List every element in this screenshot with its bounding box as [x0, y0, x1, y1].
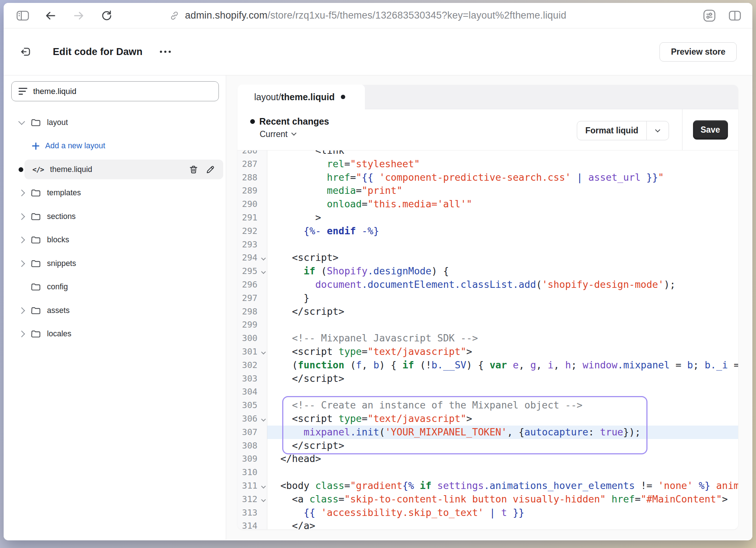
sidebar-folder-layout[interactable]: layout	[4, 111, 226, 134]
code-line-293[interactable]: 293	[237, 238, 738, 251]
code-line-291[interactable]: 291 >	[237, 211, 738, 224]
split-view-icon[interactable]	[728, 9, 741, 22]
fold-chevron-icon[interactable]	[261, 256, 266, 261]
line-number: 305	[237, 399, 267, 412]
reload-icon[interactable]	[100, 9, 113, 22]
fold-chevron-icon[interactable]	[261, 497, 266, 502]
more-options-icon[interactable]	[156, 47, 174, 56]
line-number: 310	[237, 466, 267, 479]
sidebar-folder-templates[interactable]: templates	[4, 181, 226, 205]
unsaved-dot	[341, 95, 345, 99]
editor-main: layout/theme.liquid Recent changes Curre…	[226, 75, 752, 540]
code-line-313[interactable]: 313 {{ 'accessibility.skip_to_text' | t …	[237, 506, 738, 520]
chevron-right-icon[interactable]	[18, 307, 25, 314]
sidebar-toggle-icon[interactable]	[16, 9, 29, 22]
format-liquid-menu-button[interactable]	[647, 121, 669, 140]
sidebar-folder-config[interactable]: config	[4, 275, 226, 299]
tab-label: layout/theme.liquid	[254, 92, 335, 102]
sidebar-folder-locales[interactable]: locales	[4, 322, 226, 346]
code-line-298[interactable]: 298 </script>	[237, 305, 738, 318]
code-line-295[interactable]: 295 if (Shopify.designMode) {	[237, 265, 738, 278]
code-line-287[interactable]: 287 rel="stylesheet"	[237, 157, 738, 171]
code-line-307[interactable]: 307 mixpanel.init('YOUR_MIXPANEL_TOKEN',…	[237, 426, 738, 439]
code-line-301[interactable]: 301 <script type="text/javascript">	[237, 345, 738, 359]
exit-icon[interactable]	[19, 46, 32, 58]
recent-changes-dot	[250, 119, 255, 124]
chevron-right-icon[interactable]	[18, 331, 25, 337]
code-text: </head>	[267, 452, 738, 466]
back-icon[interactable]	[44, 9, 57, 22]
chevron-right-icon[interactable]	[18, 260, 25, 267]
tab-layout-theme-liquid[interactable]: layout/theme.liquid	[237, 85, 365, 109]
save-button[interactable]: Save	[693, 120, 728, 140]
sidebar-folder-sections[interactable]: sections	[4, 205, 226, 228]
line-number: 287	[237, 157, 267, 171]
code-line-294[interactable]: 294 <script>	[237, 251, 738, 265]
chevron-down-icon[interactable]	[18, 118, 25, 125]
file-tree: layoutAdd a new layout</>theme.liquidtem…	[4, 111, 226, 346]
code-text: href="{{ 'component-predictive-search.cs…	[267, 171, 738, 184]
code-line-306[interactable]: 306 <script type="text/javascript">	[237, 412, 738, 426]
code-line-308[interactable]: 308 </script>	[237, 439, 738, 453]
code-line-299[interactable]: 299	[237, 318, 738, 332]
code-text: {%- endif -%}	[267, 224, 738, 238]
line-number: 291	[237, 211, 267, 224]
folder-icon	[31, 235, 41, 244]
sidebar-folder-snippets[interactable]: snippets	[4, 252, 226, 275]
code-line-292[interactable]: 292 {%- endif -%}	[237, 224, 738, 238]
code-text	[267, 238, 738, 251]
code-text: <script type="text/javascript">	[267, 412, 738, 426]
chevron-right-icon[interactable]	[18, 213, 25, 220]
address-bar[interactable]: admin.shopify.com/store/rzq1xu-f5/themes…	[169, 3, 566, 28]
folder-icon	[31, 306, 41, 315]
code-line-289[interactable]: 289 media="print"	[237, 184, 738, 197]
code-line-300[interactable]: 300 <!-- Mixpanel Javascript SDK -->	[237, 332, 738, 345]
fold-chevron-icon[interactable]	[261, 484, 266, 489]
page-settings-icon[interactable]	[703, 9, 716, 22]
code-line-310[interactable]: 310	[237, 466, 738, 479]
format-liquid-button[interactable]: Format liquid	[577, 121, 647, 140]
sidebar-folder-assets[interactable]: assets	[4, 299, 226, 322]
code-line-303[interactable]: 303 </script>	[237, 372, 738, 385]
version-dropdown[interactable]: Current	[260, 129, 329, 140]
delete-file-icon[interactable]	[189, 165, 198, 175]
code-line-311[interactable]: 311 <body class="gradient{% if settings.…	[237, 479, 738, 493]
file-search-input[interactable]: theme.liquid	[11, 81, 219, 101]
fold-chevron-icon[interactable]	[261, 417, 266, 422]
code-line-296[interactable]: 296 document.documentElement.classList.a…	[237, 278, 738, 291]
line-number: 286	[237, 150, 267, 157]
fold-chevron-icon[interactable]	[261, 269, 266, 274]
code-lines: 286 <link287 rel="stylesheet"288 href="{…	[237, 150, 738, 529]
code-line-288[interactable]: 288 href="{{ 'component-predictive-searc…	[237, 171, 738, 184]
code-line-302[interactable]: 302 (function (f, b) { if (!b.__SV) { va…	[237, 359, 738, 372]
sidebar-folder-blocks[interactable]: blocks	[4, 228, 226, 252]
forward-icon[interactable]	[72, 9, 85, 22]
code-line-305[interactable]: 305 <!-- Create an instance of the Mixpa…	[237, 399, 738, 412]
folder-icon	[31, 212, 41, 221]
code-line-297[interactable]: 297 }	[237, 291, 738, 305]
code-line-309[interactable]: 309 </head>	[237, 452, 738, 466]
code-editor[interactable]: 286 <link287 rel="stylesheet"288 href="{…	[237, 150, 738, 529]
chevron-right-icon[interactable]	[18, 237, 25, 243]
code-line-312[interactable]: 312 <a class="skip-to-content-link butto…	[237, 493, 738, 506]
code-line-304[interactable]: 304	[237, 385, 738, 399]
editor-toolbar: Recent changes Current Format liquid Sav…	[237, 109, 738, 150]
code-line-314[interactable]: 314 </a>	[237, 519, 738, 529]
sidebar-file-theme.liquid[interactable]: </>theme.liquid	[4, 158, 226, 181]
code-text: </script>	[267, 439, 738, 453]
selected-file-pill[interactable]: </>theme.liquid	[24, 160, 223, 179]
line-number: 293	[237, 238, 267, 251]
code-line-290[interactable]: 290 onload="this.media='all'"	[237, 197, 738, 211]
code-line-286[interactable]: 286 <link	[237, 150, 738, 157]
code-text: <script type="text/javascript">	[267, 345, 738, 359]
preview-store-button[interactable]: Preview store	[659, 42, 737, 62]
chevron-right-icon[interactable]	[18, 190, 25, 196]
rename-file-icon[interactable]	[205, 165, 215, 175]
add-new-layout-button[interactable]: Add a new layout	[4, 134, 226, 158]
fold-chevron-icon[interactable]	[261, 350, 266, 355]
line-number: 302	[237, 359, 267, 372]
line-number: 313	[237, 506, 267, 520]
code-text: onload="this.media='all'"	[267, 197, 738, 211]
url-domain: admin.shopify.com	[185, 10, 268, 21]
folder-icon	[31, 282, 41, 291]
